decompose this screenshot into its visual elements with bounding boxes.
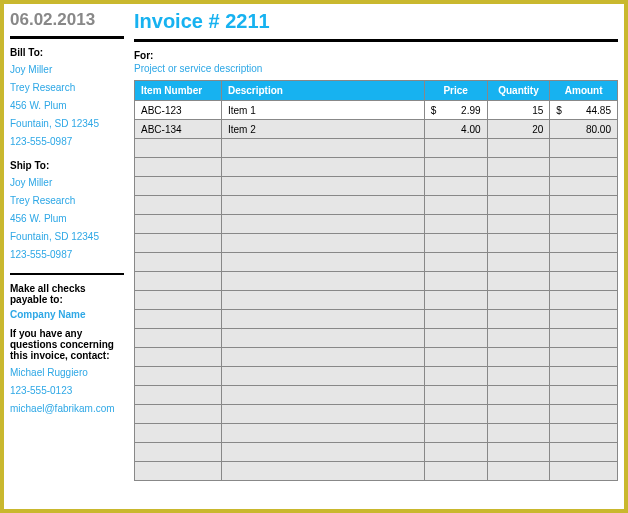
invoice-date: 06.02.2013: [10, 10, 124, 30]
ship-to-section: Ship To: Joy Miller Trey Research 456 W.…: [10, 160, 124, 263]
table-row: [135, 177, 618, 196]
cell-desc: Item 2: [221, 120, 424, 139]
cell-item: ABC-134: [135, 120, 222, 139]
bill-to-section: Bill To: Joy Miller Trey Research 456 W.…: [10, 47, 124, 150]
table-row: [135, 234, 618, 253]
table-row: [135, 443, 618, 462]
table-row: [135, 462, 618, 481]
ship-to-city: Fountain, SD 12345: [10, 229, 124, 245]
ship-to-name: Joy Miller: [10, 175, 124, 191]
table-row: [135, 139, 618, 158]
price-value: 2.99: [461, 105, 480, 116]
main-panel: Invoice # 2211 For: Project or service d…: [132, 4, 624, 509]
amount-value: 44.85: [586, 105, 611, 116]
price-value: 4.00: [461, 124, 480, 135]
contact-name: Michael Ruggiero: [10, 365, 124, 381]
ship-to-phone: 123-555-0987: [10, 247, 124, 263]
for-description: Project or service description: [134, 63, 618, 74]
ship-to-label: Ship To:: [10, 160, 124, 171]
divider: [10, 273, 124, 275]
bill-to-company: Trey Research: [10, 80, 124, 96]
table-row: [135, 215, 618, 234]
invoice-document: 06.02.2013 Bill To: Joy Miller Trey Rese…: [0, 0, 628, 513]
bill-to-name: Joy Miller: [10, 62, 124, 78]
table-body: ABC-123 Item 1 $2.99 15 $44.85 ABC-134 I…: [135, 101, 618, 481]
col-qty: Quantity: [487, 81, 550, 101]
bill-to-block: Joy Miller Trey Research 456 W. Plum Fou…: [10, 62, 124, 150]
table-row: [135, 329, 618, 348]
table-row: [135, 386, 618, 405]
ship-to-block: Joy Miller Trey Research 456 W. Plum Fou…: [10, 175, 124, 263]
col-desc: Description: [221, 81, 424, 101]
table-row: [135, 272, 618, 291]
cell-desc: Item 1: [221, 101, 424, 120]
sidebar: 06.02.2013 Bill To: Joy Miller Trey Rese…: [4, 4, 132, 509]
table-row: ABC-123 Item 1 $2.99 15 $44.85: [135, 101, 618, 120]
table-row: [135, 367, 618, 386]
invoice-table: Item Number Description Price Quantity A…: [134, 80, 618, 481]
table-row: ABC-134 Item 2 4.00 20 80.00: [135, 120, 618, 139]
table-row: [135, 348, 618, 367]
divider: [10, 36, 124, 39]
table-row: [135, 158, 618, 177]
table-row: [135, 310, 618, 329]
contact-email: michael@fabrikam.com: [10, 401, 124, 417]
questions-label: If you have any questions concerning thi…: [10, 328, 124, 361]
ship-to-street: 456 W. Plum: [10, 211, 124, 227]
bill-to-phone: 123-555-0987: [10, 134, 124, 150]
ship-to-company: Trey Research: [10, 193, 124, 209]
checks-label: Make all checks payable to:: [10, 283, 124, 305]
cell-qty: 20: [487, 120, 550, 139]
currency-symbol: $: [431, 105, 437, 116]
table-row: [135, 291, 618, 310]
company-name: Company Name: [10, 309, 124, 320]
invoice-title: Invoice # 2211: [134, 10, 618, 33]
table-row: [135, 253, 618, 272]
contact-phone: 123-555-0123: [10, 383, 124, 399]
table-row: [135, 424, 618, 443]
cell-amount: $44.85: [550, 101, 618, 120]
col-item: Item Number: [135, 81, 222, 101]
bill-to-street: 456 W. Plum: [10, 98, 124, 114]
cell-price: $2.99: [424, 101, 487, 120]
divider: [134, 39, 618, 42]
for-label: For:: [134, 50, 618, 61]
col-amount: Amount: [550, 81, 618, 101]
amount-value: 80.00: [586, 124, 611, 135]
cell-price: 4.00: [424, 120, 487, 139]
cell-qty: 15: [487, 101, 550, 120]
table-row: [135, 405, 618, 424]
table-header-row: Item Number Description Price Quantity A…: [135, 81, 618, 101]
bill-to-label: Bill To:: [10, 47, 124, 58]
cell-amount: 80.00: [550, 120, 618, 139]
cell-item: ABC-123: [135, 101, 222, 120]
payable-section: Make all checks payable to: Company Name…: [10, 283, 124, 417]
currency-symbol: $: [556, 105, 562, 116]
bill-to-city: Fountain, SD 12345: [10, 116, 124, 132]
col-price: Price: [424, 81, 487, 101]
table-row: [135, 196, 618, 215]
contact-block: Michael Ruggiero 123-555-0123 michael@fa…: [10, 365, 124, 417]
